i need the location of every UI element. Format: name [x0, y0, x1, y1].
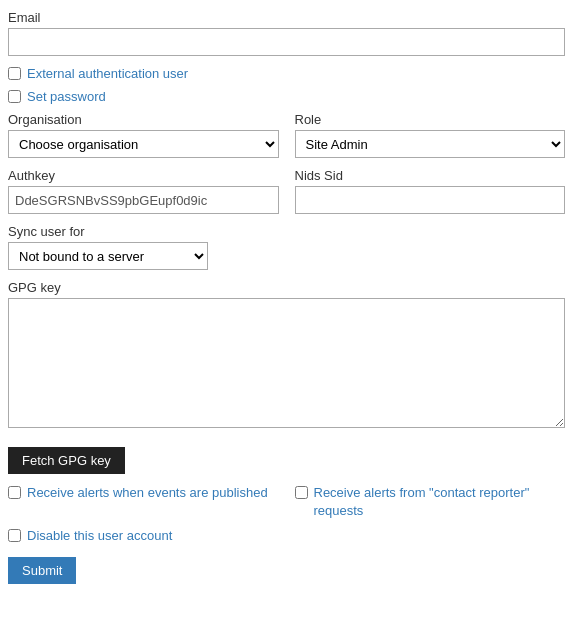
- alert-published-checkbox[interactable]: [8, 486, 21, 499]
- email-label: Email: [8, 10, 565, 25]
- nids-sid-label: Nids Sid: [295, 168, 566, 183]
- alerts-row: Receive alerts when events are published…: [8, 484, 565, 520]
- nids-sid-input[interactable]: [295, 186, 566, 214]
- role-label: Role: [295, 112, 566, 127]
- alert-contact-label[interactable]: Receive alerts from "contact reporter" r…: [314, 484, 566, 520]
- org-role-row: Organisation Choose organisation Other O…: [8, 112, 565, 158]
- alert-published-label[interactable]: Receive alerts when events are published: [27, 484, 268, 502]
- external-auth-row: External authentication user: [8, 66, 565, 81]
- alert-contact-item: Receive alerts from "contact reporter" r…: [295, 484, 566, 520]
- submit-button[interactable]: Submit: [8, 557, 76, 584]
- fetch-gpg-button[interactable]: Fetch GPG key: [8, 447, 125, 474]
- disable-account-row: Disable this user account: [8, 528, 565, 543]
- organisation-select[interactable]: Choose organisation Other Org 1 Other Or…: [8, 130, 279, 158]
- alert-published-item: Receive alerts when events are published: [8, 484, 279, 520]
- authkey-group: Authkey: [8, 168, 279, 214]
- role-group: Role Site Admin Admin User Read Only: [295, 112, 566, 158]
- sync-user-group: Sync user for Not bound to a server Serv…: [8, 224, 565, 270]
- authkey-input[interactable]: [8, 186, 279, 214]
- disable-account-label[interactable]: Disable this user account: [27, 528, 172, 543]
- set-password-checkbox[interactable]: [8, 90, 21, 103]
- authkey-label: Authkey: [8, 168, 279, 183]
- disable-account-checkbox[interactable]: [8, 529, 21, 542]
- external-auth-checkbox[interactable]: [8, 67, 21, 80]
- role-select[interactable]: Site Admin Admin User Read Only: [295, 130, 566, 158]
- external-auth-label[interactable]: External authentication user: [27, 66, 188, 81]
- sync-user-label: Sync user for: [8, 224, 565, 239]
- authkey-nids-row: Authkey Nids Sid: [8, 168, 565, 214]
- set-password-row: Set password: [8, 89, 565, 104]
- gpg-key-textarea[interactable]: [8, 298, 565, 428]
- email-group: Email: [8, 10, 565, 56]
- organisation-label: Organisation: [8, 112, 279, 127]
- alert-contact-checkbox[interactable]: [295, 486, 308, 499]
- gpg-key-label: GPG key: [8, 280, 565, 295]
- sync-user-select[interactable]: Not bound to a server Server 1 Server 2: [8, 242, 208, 270]
- organisation-group: Organisation Choose organisation Other O…: [8, 112, 279, 158]
- nids-sid-group: Nids Sid: [295, 168, 566, 214]
- email-input[interactable]: [8, 28, 565, 56]
- gpg-key-group: GPG key: [8, 280, 565, 431]
- set-password-label[interactable]: Set password: [27, 89, 106, 104]
